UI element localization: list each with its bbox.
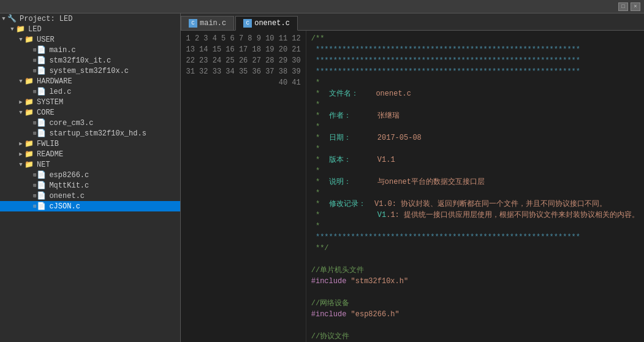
file-icon: 📄 <box>37 202 46 211</box>
line-number: 10 <box>265 34 274 43</box>
line-number: 20 <box>279 45 287 54</box>
line-number: 25 <box>225 56 234 65</box>
folder-icon: 📁 <box>25 150 34 159</box>
sidebar-item-stm32f10x-it[interactable]: ⊞📄stm32f10x_it.c <box>0 55 180 66</box>
line-number: 6 <box>230 34 235 43</box>
sidebar-item-hardware[interactable]: ▼📁HARDWARE <box>0 76 180 86</box>
sidebar-item-led[interactable]: ▼📁LED <box>0 24 180 34</box>
code-line: /** <box>311 34 325 43</box>
code-line: * <box>311 78 320 87</box>
sidebar-item-cjson[interactable]: ⊞📄cJSON.c <box>0 201 180 211</box>
sidebar-item-main-c[interactable]: ⊞📄main.c <box>0 45 180 55</box>
line-number: 8 <box>248 34 252 43</box>
sidebar-item-user[interactable]: ▼📁USER <box>0 34 180 45</box>
code-line: * 修改记录： V1.0: 协议封装、返回判断都在同一个文件，并且不同协议接口不… <box>311 200 607 208</box>
line-number: 31 <box>186 67 194 76</box>
line-number: 32 <box>199 67 208 76</box>
sidebar-item-label: onenet.c <box>48 192 85 200</box>
folder-icon: 📁 <box>25 35 34 44</box>
expand-icon: ▼ <box>17 110 25 116</box>
expand-icon <box>26 203 33 210</box>
file-icon: 📄 <box>37 66 46 75</box>
line-number: 34 <box>225 67 234 76</box>
file-expand: ⊞ <box>33 47 36 53</box>
line-number: 39 <box>292 67 300 76</box>
sidebar-item-system[interactable]: ▶📁SYSTEM <box>0 97 180 107</box>
expand-icon: ▼ <box>17 78 25 85</box>
line-number: 16 <box>225 45 234 54</box>
sidebar-item-label: USER <box>36 36 55 44</box>
file-icon: 📄 <box>37 181 46 190</box>
file-icon: 📄 <box>37 87 46 96</box>
file-expand: ⊞ <box>33 130 36 137</box>
minimize-button[interactable]: □ <box>618 2 628 11</box>
sidebar-item-net[interactable]: ▼📁NET <box>0 159 180 170</box>
code-line: #include "esp8266.h" <box>311 310 400 319</box>
close-button[interactable]: × <box>631 2 640 11</box>
line-number: 1 <box>186 34 190 43</box>
root-icon: 🔧 <box>7 14 17 23</box>
line-number: 3 <box>203 34 208 43</box>
sidebar-item-label: NET <box>36 161 50 169</box>
code-line: * 日期： 2017-05-08 <box>311 134 422 142</box>
expand-icon: ▼ <box>17 162 25 168</box>
code-editor[interactable]: 1 2 3 4 5 6 7 8 9 10 11 12 13 14 15 16 1… <box>181 31 644 342</box>
file-expand: ⊞ <box>33 120 36 126</box>
sidebar-item-core[interactable]: ▼📁CORE <box>0 107 180 118</box>
folder-icon: 📁 <box>25 108 34 117</box>
sidebar-item-esp8266[interactable]: ⊞📄esp8266.c <box>0 170 180 180</box>
line-number: 15 <box>213 45 221 54</box>
sidebar-item-label: led.c <box>48 88 71 96</box>
expand-icon: ▼ <box>9 26 16 32</box>
expand-icon <box>26 172 33 178</box>
sidebar-item-onenet[interactable]: ⊞📄onenet.c <box>0 191 180 201</box>
file-icon: 📄 <box>37 129 46 138</box>
code-line: * <box>311 189 320 197</box>
tab-onenet-c-tab[interactable]: Conenet.c <box>235 16 298 31</box>
code-line: * 版本： V1.1 <box>311 156 395 164</box>
code-line: * <box>311 123 320 131</box>
tab-file-icon: C <box>243 19 252 28</box>
code-line: * V1.1: 提供统一接口供应用层使用，根据不同协议文件来封装协议相关的内容。 <box>311 211 639 219</box>
line-number: 4 <box>213 34 217 43</box>
sidebar-item-system-stm32[interactable]: ⊞📄system_stm32f10x.c <box>0 66 180 76</box>
expand-icon <box>26 58 33 64</box>
code-line: * 作者： 张继瑞 <box>311 112 400 120</box>
folder-icon: 📁 <box>25 139 34 148</box>
line-number: 36 <box>252 67 261 76</box>
code-line: * 说明： 与onenet平台的数据交互接口层 <box>311 178 485 186</box>
code-line: #include "stm32f10x.h" <box>311 277 408 286</box>
sidebar-item-project-led[interactable]: ▼🔧Project: LED <box>0 13 180 24</box>
line-number: 19 <box>265 45 274 54</box>
code-line: * <box>311 101 320 109</box>
sidebar-item-label: stm32f10x_it.c <box>48 56 111 65</box>
line-number: 41 <box>292 78 300 87</box>
file-icon: 📄 <box>37 45 46 55</box>
sidebar-item-readme[interactable]: ▶📁README <box>0 149 180 159</box>
file-expand: ⊞ <box>33 57 36 64</box>
sidebar-item-startup[interactable]: ⊞📄startup_stm32f10x_hd.s <box>0 128 180 139</box>
expand-icon: ▶ <box>17 99 25 105</box>
sidebar-item-label: CORE <box>36 108 55 117</box>
code-line: ****************************************… <box>311 56 580 65</box>
sidebar-item-led-c[interactable]: ⊞📄led.c <box>0 86 180 97</box>
line-number: 14 <box>199 45 208 54</box>
sidebar-item-fwlib[interactable]: ▶📁FWLIB <box>0 139 180 149</box>
sidebar-item-core-cm3[interactable]: ⊞📄core_cm3.c <box>0 118 180 128</box>
expand-icon <box>26 120 33 126</box>
sidebar-item-mqttkit[interactable]: ⊞📄MqttKit.c <box>0 180 180 191</box>
sidebar-item-label: MqttKit.c <box>48 181 89 190</box>
tab-main-c-tab[interactable]: Cmain.c <box>181 16 234 30</box>
sidebar-item-label: LED <box>27 25 42 34</box>
code-line: **/ <box>311 244 329 253</box>
code-line: ****************************************… <box>311 233 580 241</box>
expand-icon <box>26 131 33 137</box>
file-expand: ⊞ <box>33 67 36 74</box>
code-line: * <box>311 167 320 175</box>
sidebar-item-label: esp8266.c <box>48 171 89 180</box>
sidebar-tree: ▼🔧Project: LED▼📁LED▼📁USER ⊞📄main.c ⊞📄stm… <box>0 13 180 342</box>
tab-label: onenet.c <box>254 19 290 28</box>
line-number: 2 <box>195 34 199 43</box>
line-number: 18 <box>252 45 261 54</box>
code-line: ****************************************… <box>311 45 580 54</box>
